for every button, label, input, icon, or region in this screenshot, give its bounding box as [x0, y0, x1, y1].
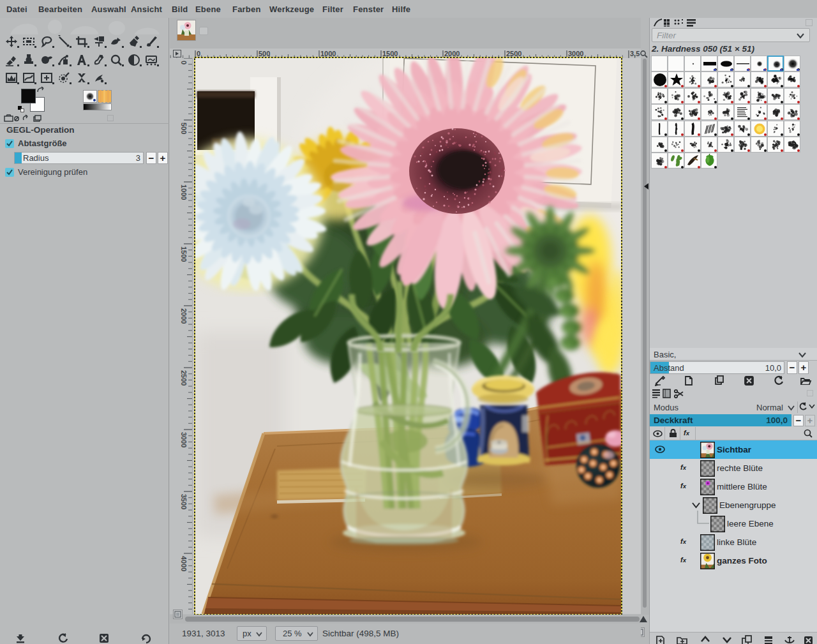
svg-text:500: 500	[180, 123, 188, 134]
svg-text:3,5: 3,5	[630, 50, 640, 57]
svg-text:3500: 3500	[180, 494, 188, 509]
svg-text:1500: 1500	[180, 246, 188, 262]
svg-text:2000: 2000	[180, 308, 188, 324]
svg-text:3000: 3000	[180, 432, 188, 447]
svg-text:0: 0	[180, 61, 188, 64]
svg-text:1000: 1000	[180, 184, 188, 200]
svg-text:2500: 2500	[180, 370, 188, 386]
svg-text:4000: 4000	[180, 556, 188, 571]
